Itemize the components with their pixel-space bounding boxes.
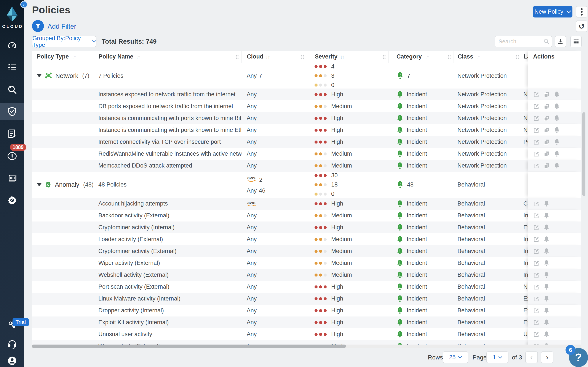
vertical-scrollbar-thumb[interactable]: [582, 112, 585, 196]
sidebar-item-dashboard[interactable]: [0, 37, 24, 54]
policy-name-cell[interactable]: Internet connectivity via TCP over insec…: [95, 136, 242, 148]
edit-action-icon[interactable]: [533, 91, 540, 98]
horizontal-scrollbar-thumb[interactable]: [32, 345, 346, 348]
edit-action-icon[interactable]: [533, 331, 540, 338]
sort-icon[interactable]: ↓↑: [476, 54, 480, 60]
bell-action-icon[interactable]: [554, 163, 560, 169]
add-filter-button[interactable]: [32, 20, 44, 32]
clone-action-icon[interactable]: [544, 115, 550, 122]
sort-icon[interactable]: ↓↑: [266, 54, 269, 60]
sidebar-item-support[interactable]: [0, 336, 24, 353]
bell-action-icon[interactable]: [554, 151, 560, 157]
policy-name-cell[interactable]: Backdoor activity (External): [95, 210, 242, 222]
sort-icon[interactable]: ↓↑: [136, 54, 140, 60]
bell-action-icon[interactable]: [544, 248, 550, 255]
edit-action-icon[interactable]: [533, 296, 540, 302]
policy-name-cell[interactable]: RedisWannaMine vulnerable instances with…: [95, 148, 242, 160]
bell-action-icon[interactable]: [544, 200, 550, 207]
sidebar-item-settings[interactable]: [0, 192, 24, 209]
sidebar-item-investigate[interactable]: [0, 81, 24, 98]
edit-action-icon[interactable]: [533, 163, 540, 169]
drag-handle-icon[interactable]: [516, 54, 519, 61]
grouped-by-dropdown[interactable]: Grouped By:Policy Type: [32, 36, 96, 47]
edit-action-icon[interactable]: [533, 139, 540, 145]
sidebar-item-policies[interactable]: [0, 103, 24, 120]
bell-action-icon[interactable]: [544, 319, 550, 326]
clone-action-icon[interactable]: [544, 127, 550, 133]
policy-name-cell[interactable]: Instances exposed to network traffic fro…: [95, 89, 242, 100]
bell-action-icon[interactable]: [554, 127, 560, 133]
policy-name-cell[interactable]: Dropper activity (Internal): [95, 305, 242, 317]
edit-action-icon[interactable]: [533, 151, 540, 157]
sort-icon[interactable]: ↓↑: [72, 54, 76, 60]
bell-action-icon[interactable]: [554, 91, 560, 98]
sidebar-item-compute[interactable]: [0, 170, 24, 186]
policy-group-row[interactable]: Anomaly(48)48 Policiesaws2Any463018048Be…: [32, 172, 581, 198]
drag-handle-icon[interactable]: [236, 54, 239, 61]
bell-action-icon[interactable]: [544, 331, 550, 338]
bell-action-icon[interactable]: [544, 343, 550, 345]
bell-action-icon[interactable]: [544, 284, 550, 290]
policy-name-cell[interactable]: Loader activity (External): [95, 233, 242, 245]
horizontal-scrollbar[interactable]: [32, 345, 581, 348]
drag-handle-icon[interactable]: [383, 54, 386, 61]
edit-action-icon[interactable]: [533, 284, 540, 290]
column-header-category[interactable]: Category ↓↑: [389, 51, 454, 63]
edit-action-icon[interactable]: [533, 236, 540, 243]
collapse-caret-icon[interactable]: [37, 74, 42, 77]
edit-action-icon[interactable]: [533, 103, 540, 110]
download-button[interactable]: [555, 36, 566, 47]
policy-group-row[interactable]: Network(7)7 PoliciesAny74307Network Prot…: [32, 63, 581, 89]
drag-handle-icon[interactable]: [301, 54, 304, 61]
drag-handle-icon[interactable]: [448, 54, 451, 61]
column-header-severity[interactable]: Severity ↓↑: [307, 51, 389, 63]
column-header-class[interactable]: Class ↓↑: [454, 51, 522, 63]
bell-action-icon[interactable]: [544, 212, 550, 219]
bell-action-icon[interactable]: [554, 103, 560, 110]
reset-button[interactable]: ↺: [576, 20, 587, 32]
more-options-button[interactable]: [576, 6, 587, 17]
bell-action-icon[interactable]: [544, 272, 550, 278]
policy-name-cell[interactable]: Wiper activity (External): [95, 257, 242, 269]
edit-action-icon[interactable]: [533, 343, 540, 345]
bell-action-icon[interactable]: [554, 139, 560, 145]
policy-name-cell[interactable]: Memcached DDoS attack attempted: [95, 160, 242, 172]
edit-action-icon[interactable]: [533, 248, 540, 255]
policy-name-cell[interactable]: Webshell activity (External): [95, 269, 242, 281]
sidebar-item-inventory[interactable]: [0, 59, 24, 75]
edit-action-icon[interactable]: [533, 212, 540, 219]
bell-action-icon[interactable]: [554, 115, 560, 122]
policy-name-cell[interactable]: DB ports exposed to network traffic from…: [95, 100, 242, 112]
column-header-policy-name[interactable]: Policy Name ↓↑: [95, 51, 242, 63]
bell-action-icon[interactable]: [544, 308, 550, 314]
edit-action-icon[interactable]: [533, 308, 540, 314]
policy-name-cell[interactable]: Instance is communicating with ports kno…: [95, 124, 242, 136]
policy-name-cell[interactable]: Linux Malware activity (Internal): [95, 293, 242, 305]
rows-per-page-dropdown[interactable]: 25: [443, 351, 468, 363]
clone-action-icon[interactable]: [544, 163, 550, 169]
clone-action-icon[interactable]: [544, 103, 550, 110]
edit-action-icon[interactable]: [533, 272, 540, 278]
collapse-caret-icon[interactable]: [37, 183, 42, 186]
page-number-dropdown[interactable]: 1: [486, 351, 509, 363]
column-settings-button[interactable]: [570, 36, 582, 47]
bell-action-icon[interactable]: [544, 224, 550, 231]
sidebar-item-profile[interactable]: [0, 352, 24, 367]
column-header-policy-type[interactable]: Policy Type ↓↑: [32, 51, 95, 63]
edit-action-icon[interactable]: [533, 115, 540, 122]
clone-action-icon[interactable]: [544, 139, 550, 145]
bell-action-icon[interactable]: [544, 236, 550, 243]
policy-name-cell[interactable]: Unusual user activity: [95, 328, 242, 340]
policy-name-cell[interactable]: Cryptominer activity (Internal): [95, 222, 242, 233]
sort-icon[interactable]: ↓↑: [340, 54, 344, 60]
edit-action-icon[interactable]: [533, 224, 540, 231]
add-filter-label[interactable]: Add Filter: [48, 23, 76, 30]
policy-name-cell[interactable]: Cryptominer activity (External): [95, 245, 242, 257]
policy-name-cell[interactable]: Worm activity (External): [95, 340, 242, 345]
next-page-button[interactable]: ›: [541, 351, 553, 363]
clone-action-icon[interactable]: [544, 91, 550, 98]
sidebar-collapse-toggle[interactable]: ›: [20, 1, 27, 8]
sidebar-item-compliance[interactable]: [0, 125, 24, 142]
policy-name-cell[interactable]: Account hijacking attempts: [95, 198, 242, 210]
clone-action-icon[interactable]: [544, 151, 550, 157]
